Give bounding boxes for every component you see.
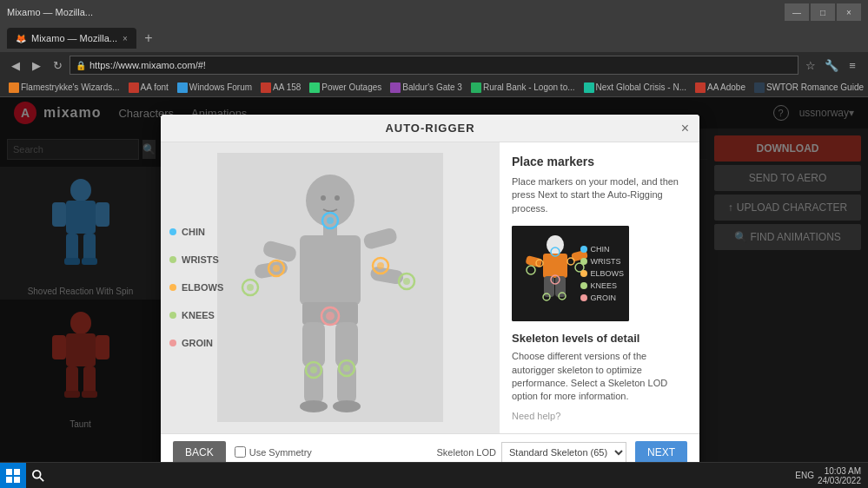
- svg-point-36: [247, 284, 254, 291]
- tray-lang: ENG: [795, 471, 814, 480]
- place-markers-title: Place markers: [512, 155, 687, 168]
- forward-button[interactable]: ▶: [28, 56, 45, 74]
- tab-close-icon[interactable]: ×: [123, 34, 128, 43]
- svg-point-48: [326, 312, 335, 320]
- svg-point-34: [327, 217, 334, 224]
- svg-rect-64: [6, 469, 12, 475]
- use-symmetry-label: Use Symmetry: [249, 447, 312, 458]
- ref-elbows-dot: [580, 270, 587, 277]
- svg-line-69: [40, 477, 43, 480]
- marker-labels: CHIN WRISTS ELBOWS KNEES: [169, 227, 223, 348]
- modal-right-panel: Place markers Place markers on your mode…: [500, 142, 699, 433]
- clock-date: 24/03/2022: [818, 476, 861, 485]
- close-window-button[interactable]: ×: [837, 3, 861, 21]
- elbows-label: ELBOWS: [169, 282, 223, 293]
- svg-point-30: [333, 400, 361, 412]
- bookmark-item[interactable]: Baldur's Gate 3: [387, 82, 466, 93]
- skeleton-detail-desc: Choose different versions of the autorig…: [512, 350, 687, 404]
- svg-rect-65: [14, 469, 20, 475]
- ref-legend-knees: KNEES: [580, 281, 624, 290]
- next-button[interactable]: NEXT: [635, 441, 687, 464]
- modal-close-button[interactable]: ×: [681, 121, 689, 136]
- elbows-dot: [169, 284, 176, 291]
- extensions-icon[interactable]: 🔧: [823, 56, 840, 74]
- skeleton-detail-title: Skeleton levels of detail: [512, 332, 687, 345]
- bookmark-star-icon[interactable]: ☆: [802, 56, 819, 74]
- chin-text: CHIN: [182, 227, 205, 237]
- svg-rect-66: [6, 477, 12, 483]
- bookmark-item[interactable]: AA Adobe: [692, 82, 749, 93]
- knees-dot: [169, 312, 176, 319]
- back-button[interactable]: ◀: [7, 56, 24, 74]
- lock-icon: 🔒: [76, 61, 86, 70]
- svg-rect-19: [300, 235, 361, 305]
- windows-icon: [6, 469, 20, 483]
- search-icon: [32, 470, 44, 482]
- menu-icon[interactable]: ≡: [844, 56, 861, 74]
- rigging-character-svg: [217, 153, 443, 422]
- bookmark-item[interactable]: AA 158: [257, 82, 304, 93]
- svg-rect-25: [302, 322, 325, 367]
- tab-bar: 🦊 Mixamo — Mozilla... × +: [0, 24, 868, 52]
- url-text: https://www.mixamo.com/#!: [89, 60, 206, 70]
- tab-label: Mixamo — Mozilla...: [31, 33, 117, 43]
- title-bar: Mixamo — Mozilla... — □ ×: [0, 0, 868, 24]
- ref-legend-chin: CHIN: [580, 245, 624, 254]
- svg-rect-67: [14, 477, 20, 483]
- start-button[interactable]: [0, 463, 26, 489]
- svg-point-42: [377, 262, 384, 269]
- ref-groin-dot: [580, 294, 587, 301]
- skeleton-lod-select[interactable]: Standard Skeleton (65): [501, 442, 626, 463]
- bookmarks-bar: Flamestrykke's Wizards... AA font Window…: [0, 78, 868, 97]
- wrists-dot: [169, 256, 176, 263]
- use-symmetry-checkbox[interactable]: [235, 446, 246, 458]
- maximize-button[interactable]: □: [811, 3, 835, 21]
- bookmark-item[interactable]: Flamestrykke's Wizards...: [5, 82, 123, 93]
- browser-tab[interactable]: 🦊 Mixamo — Mozilla... ×: [7, 28, 136, 49]
- groin-dot: [169, 340, 176, 346]
- bookmark-item[interactable]: Power Outages: [306, 82, 385, 93]
- knees-text: KNEES: [182, 310, 215, 320]
- bookmark-item[interactable]: Rural Bank - Logon to...: [467, 82, 579, 93]
- ref-legend-wrists: WRISTS: [580, 257, 624, 266]
- new-tab-button[interactable]: +: [140, 30, 157, 47]
- ref-legend-groin: GROIN: [580, 293, 624, 302]
- knees-label: KNEES: [169, 310, 223, 320]
- minimize-button[interactable]: —: [785, 3, 809, 21]
- groin-label: GROIN: [169, 338, 223, 348]
- reference-legend: CHIN WRISTS ELBOWS KNEES: [580, 245, 624, 302]
- modal-title: AUTO-RIGGER: [385, 122, 474, 135]
- skeleton-lod-label: Skeleton LOD: [437, 447, 496, 458]
- place-markers-desc: Place markers on your model, and then pr…: [512, 175, 687, 215]
- bookmark-item[interactable]: Next Global Crisis - N...: [580, 82, 690, 93]
- svg-point-32: [335, 195, 340, 201]
- ref-chin-dot: [580, 246, 587, 253]
- bookmark-item[interactable]: SWTOR Romance Guide: [751, 82, 867, 93]
- nav-bar: ◀ ▶ ↻ 🔒 https://www.mixamo.com/#! ☆ 🔧 ≡: [0, 52, 868, 78]
- wrists-text: WRISTS: [182, 254, 219, 265]
- clock: 10:03 AM 24/03/2022: [818, 466, 861, 485]
- need-help-link[interactable]: Need help?: [512, 411, 687, 421]
- svg-point-50: [547, 235, 564, 254]
- elbows-text: ELBOWS: [182, 282, 223, 293]
- address-bar[interactable]: 🔒 https://www.mixamo.com/#!: [70, 56, 798, 75]
- svg-point-46: [343, 365, 350, 372]
- taskbar-search[interactable]: [26, 464, 50, 488]
- svg-point-44: [310, 366, 317, 373]
- reload-button[interactable]: ↻: [49, 56, 66, 74]
- clock-time: 10:03 AM: [825, 466, 861, 476]
- bookmark-item[interactable]: Windows Forum: [174, 82, 255, 93]
- reference-image: CHIN WRISTS ELBOWS KNEES: [512, 226, 629, 321]
- svg-point-38: [403, 278, 410, 285]
- skeleton-lod-group: Skeleton LOD Standard Skeleton (65): [437, 442, 626, 463]
- chin-label: CHIN: [169, 227, 223, 237]
- groin-text: GROIN: [182, 338, 213, 348]
- svg-point-29: [300, 400, 328, 412]
- svg-point-68: [33, 470, 41, 478]
- back-button[interactable]: BACK: [173, 441, 226, 464]
- ref-knees-dot: [580, 282, 587, 289]
- character-viewport: CHIN WRISTS ELBOWS KNEES: [161, 142, 500, 433]
- ref-wrists-dot: [580, 258, 587, 265]
- use-symmetry-group: Use Symmetry: [235, 446, 312, 458]
- bookmark-item[interactable]: AA font: [125, 82, 172, 93]
